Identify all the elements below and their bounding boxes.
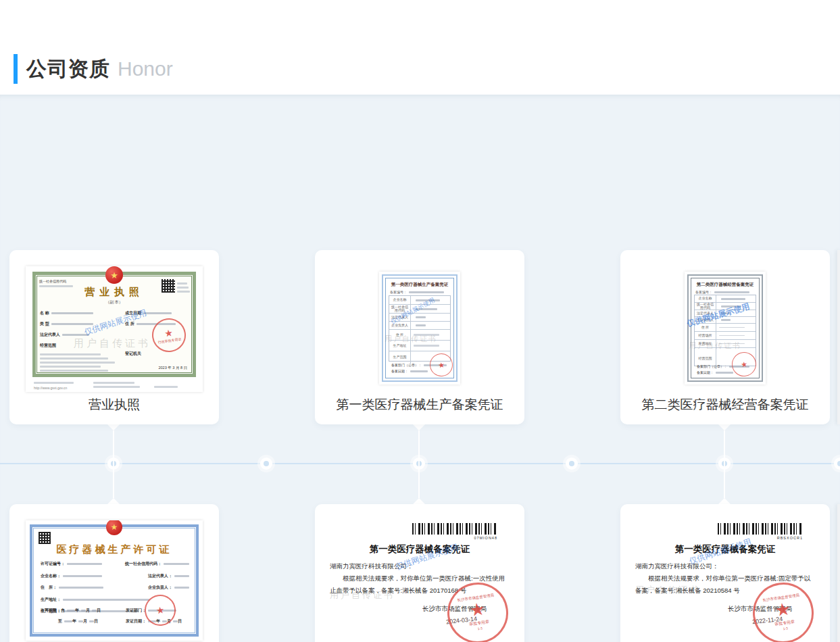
card-pointer-up — [107, 498, 120, 504]
timeline-dot — [260, 458, 272, 470]
timeline-connector — [418, 430, 420, 498]
field-label: 企业名称： — [41, 573, 61, 579]
header-accent-bar — [14, 54, 18, 84]
table-row-value — [716, 340, 756, 347]
national-emblem-icon — [106, 520, 122, 535]
text-placeholder-bar — [174, 587, 189, 589]
barcode-code: RBSXOCR1 — [777, 536, 803, 540]
text-placeholder-bar — [716, 372, 733, 374]
national-emblem-icon — [105, 266, 123, 284]
certificate-caption: 第一类医疗器械生产备案凭证 — [315, 396, 524, 414]
text-placeholder-bar — [51, 323, 93, 325]
table-row-label: 库房地址 — [695, 340, 716, 347]
next-card-peek — [837, 250, 840, 424]
text-placeholder-bar — [164, 563, 189, 565]
table-row-label: 企业名称 — [389, 296, 411, 304]
text-placeholder-bar — [719, 327, 745, 328]
barcode — [718, 523, 803, 535]
certificate-title: 第一类医疗器械备案凭证 — [620, 543, 830, 555]
field-label: 法定代表人 — [40, 332, 60, 338]
text-placeholder-bar — [51, 312, 93, 314]
seal-star-icon — [740, 360, 748, 369]
certificate-card-class1-filing-2022[interactable]: RBSXOCR1 第一类医疗器械备案凭证 湖南力宾医疗科技有限公司： 根据相关法… — [620, 504, 830, 642]
text-placeholder-bar — [40, 366, 101, 368]
certificate-card-class2-operation-filing[interactable]: 第二类医疗器械经营备案凭证 备案编号： 企业名称 统一社会信用代码 法定代表人 … — [620, 250, 830, 424]
scope-text-lines — [40, 353, 120, 372]
certificate-image-business-license[interactable]: 统一社会信用代码 营业执照 （副 本） 名 称 类 型 法定代表人 经营范围 成… — [26, 266, 203, 392]
unit-month: 月 — [86, 608, 90, 614]
company-name: 湖南力宾医疗科技有限公司： — [635, 562, 719, 571]
text-placeholder-bar — [34, 382, 74, 384]
table-row-value — [411, 341, 450, 351]
footer-right-text — [154, 384, 185, 390]
unit-day: 日 — [94, 618, 98, 624]
field-label: 企业负责人： — [148, 585, 172, 591]
text-placeholder-bar — [416, 324, 426, 326]
certificate-image-production-license[interactable]: 医疗器械生产许可证 许可证编号： 统一社会信用代码： 企业名称： 法定代表人： … — [26, 520, 203, 641]
license-title: 营业执照 — [36, 286, 193, 299]
barcode-code: 07MION48 — [474, 536, 497, 540]
license-footer-microtext: http://www.gsxt.gov.cn — [34, 380, 195, 390]
content-band: 统一社会信用代码 营业执照 （副 本） 名 称 类 型 法定代表人 经营范围 成… — [0, 95, 840, 642]
field-label: 住 所： — [41, 585, 57, 591]
timeline-dot — [566, 458, 578, 470]
certificate-image-class1-production-filing[interactable]: 第一类医疗器械生产备案凭证 备案编号： 企业名称 统一社会信用代码 法定代表人 … — [379, 272, 460, 385]
text-placeholder-bar — [416, 316, 426, 318]
text-placeholder-bar — [40, 357, 108, 360]
certificate-title: 第一类医疗器械备案凭证 — [315, 543, 524, 555]
company-name: 湖南力宾医疗科技有限公司： — [330, 562, 414, 571]
unit-day: 日 — [97, 608, 101, 614]
text-placeholder-bar — [714, 291, 749, 293]
text-placeholder-bar — [410, 370, 428, 372]
issuer-label: 发证部门： — [126, 608, 146, 614]
table-row-label: 住 所 — [389, 330, 411, 340]
timeline-dot — [834, 458, 840, 470]
timeline-connector — [113, 430, 114, 498]
text-placeholder-bar — [63, 599, 149, 601]
seal-index-text: 1-3 — [477, 626, 483, 631]
table-row-label: 生产范围 — [389, 351, 411, 364]
unit-year: 年 — [75, 608, 79, 614]
field-label: 统一社会信用代码： — [125, 561, 162, 567]
text-placeholder-bar — [63, 575, 102, 577]
text-placeholder-bar — [40, 370, 108, 372]
certificate-caption: 营业执照 — [9, 396, 219, 414]
license-frame: 统一社会信用代码 营业执照 （副 本） 名 称 类 型 法定代表人 经营范围 成… — [32, 272, 196, 377]
text-placeholder-bar — [414, 345, 439, 347]
card-pointer-down — [107, 424, 120, 430]
seal-index-text: 1-3 — [783, 626, 788, 631]
text-placeholder-bar — [92, 610, 97, 612]
certificate-image-class2-operation-filing[interactable]: 第二类医疗器械经营备案凭证 备案编号： 企业名称 统一社会信用代码 法定代表人 … — [685, 272, 766, 385]
text-placeholder-bar — [143, 312, 172, 314]
card-pointer-down — [413, 424, 425, 430]
term-to-label: 至 — [58, 618, 62, 624]
text-placeholder-bar — [416, 299, 440, 301]
text-placeholder-bar — [414, 334, 439, 336]
license-copy-label: （副 本） — [36, 299, 193, 305]
text-placeholder-bar — [93, 382, 134, 384]
text-placeholder-bar — [62, 334, 89, 336]
certificate-card-class1-production-filing[interactable]: 第一类医疗器械生产备案凭证 备案编号： 企业名称 统一社会信用代码 法定代表人 … — [315, 250, 524, 424]
table-row-label: 生产地址 — [389, 341, 411, 351]
text-placeholder-bar — [177, 282, 187, 285]
page-subtitle: Honor — [118, 57, 173, 80]
certificate-table: 企业名称 统一社会信用代码 法定代表人 企业负责人 住 所 生产地址 生产范围 — [389, 295, 451, 362]
table-row-label: 经营场所 — [695, 332, 716, 339]
filing-dept-label: 备案部门（公章）： — [391, 363, 422, 367]
registrar-label: 登记机关 — [125, 351, 141, 357]
gsxt-url: http://www.gsxt.gov.cn — [34, 386, 87, 390]
text-placeholder-bar — [721, 312, 731, 314]
license-term-block: 许可期限：自年月日 至年月日 — [41, 608, 101, 624]
certificate-card-business-license[interactable]: 统一社会信用代码 营业执照 （副 本） 名 称 类 型 法定代表人 经营范围 成… — [9, 250, 219, 424]
footer-text-line — [34, 382, 87, 384]
table-row-label: 企业负责人 — [389, 322, 411, 329]
timeline-connector — [724, 430, 725, 498]
certificate-card-production-license[interactable]: 医疗器械生产许可证 许可证编号： 统一社会信用代码： 企业名称： 法定代表人： … — [9, 504, 219, 642]
unit-month: 月 — [83, 618, 87, 624]
text-placeholder-bar — [78, 620, 83, 622]
certificate-frame: 第一类医疗器械生产备案凭证 备案编号： 企业名称 统一社会信用代码 法定代表人 … — [382, 274, 458, 382]
license-title: 医疗器械生产许可证 — [32, 543, 196, 556]
issue-date: 2023 年 3 月 8 日 — [159, 366, 188, 370]
certificate-card-class1-filing-2024[interactable]: 07MION48 第一类医疗器械备案凭证 湖南力宾医疗科技有限公司： 根据相关法… — [315, 504, 524, 642]
text-placeholder-bar — [81, 610, 86, 612]
